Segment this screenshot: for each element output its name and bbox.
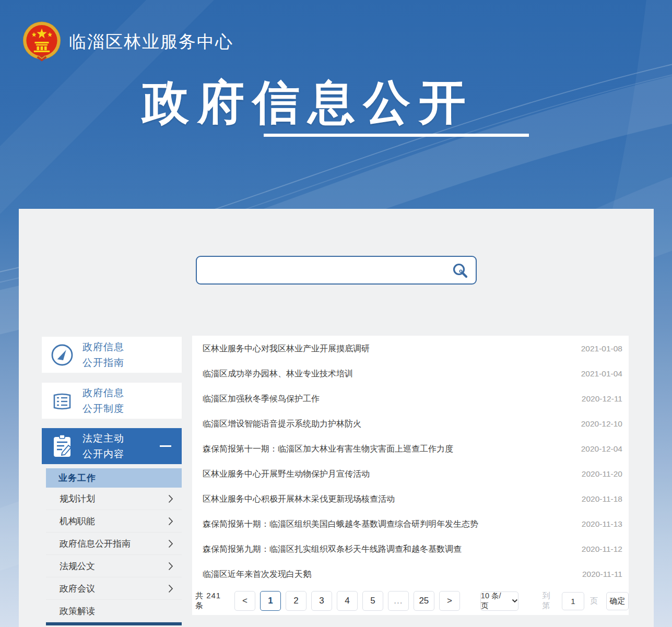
page-button-5[interactable]: 5	[362, 591, 383, 611]
site-brand: 临淄区林业服务中心	[21, 21, 233, 63]
chevron-right-icon	[168, 562, 173, 571]
article-row: 区林业服务中心开展野生动物保护月宣传活动 2020-11-20	[192, 462, 629, 487]
sidebar-card-label: 政府信息 公开制度	[82, 385, 124, 416]
article-list: 区林业服务中心对我区林业产业开展摸底调研 2021-01-08 临淄区成功举办园…	[192, 336, 629, 615]
search-icon[interactable]	[452, 263, 468, 279]
sidebar-item-regulations[interactable]: 法规公文	[46, 555, 182, 577]
article-link[interactable]: 区林业服务中心积极开展林木采伐更新现场核查活动	[203, 494, 395, 505]
article-date: 2020-12-10	[581, 419, 622, 429]
sidebar-card-label: 法定主动 公开内容	[82, 431, 124, 462]
article-row: 森保简报第十期：临淄区组织美国白蛾越冬基数调查综合研判明年发生态势 2020-1…	[192, 512, 629, 537]
chevron-right-icon	[168, 494, 173, 503]
article-row: 临淄区增设智能语音提示系统助力护林防火 2020-12-10	[192, 411, 629, 436]
article-link[interactable]: 临淄区近年来首次发现白天鹅	[203, 569, 311, 580]
page-button-3[interactable]: 3	[311, 591, 332, 611]
document-icon	[42, 389, 82, 413]
article-link[interactable]: 临淄区增设智能语音提示系统助力护林防火	[203, 419, 361, 430]
site-name: 临淄区林业服务中心	[69, 30, 233, 54]
page: 临淄区林业服务中心 政府信息公开	[0, 0, 672, 627]
chevron-down-icon	[512, 599, 518, 603]
sidebar-item-planning[interactable]: 规划计划	[46, 488, 182, 510]
article-link[interactable]: 临淄区加强秋冬季候鸟保护工作	[203, 394, 320, 405]
goto-suffix-label: 页	[590, 596, 598, 606]
article-date: 2020-12-04	[581, 444, 622, 454]
article-row: 区林业服务中心积极开展林木采伐更新现场核查活动 2020-11-18	[192, 487, 629, 512]
goto-prefix-label: 到第	[543, 591, 556, 611]
article-link[interactable]: 森保简报第十一期：临淄区加大林业有害生物灾害面上巡查工作力度	[203, 444, 453, 455]
sidebar-card-disclosure-guide[interactable]: 政府信息 公开指南	[42, 337, 182, 373]
goto-page-input[interactable]	[562, 592, 584, 610]
sidebar-item-gov-meetings[interactable]: 政府会议	[46, 577, 182, 600]
sidebar-item-org-functions[interactable]: 机构职能	[46, 510, 182, 533]
chevron-right-icon	[168, 584, 173, 593]
article-link[interactable]: 区林业服务中心开展野生动物保护月宣传活动	[203, 469, 370, 480]
sidebar-item-business-work-active[interactable]: 业务工作	[46, 468, 182, 488]
article-date: 2020-11-20	[582, 469, 622, 479]
sidebar-card-statutory-disclosure[interactable]: 法定主动 公开内容	[42, 428, 182, 464]
title-underline	[264, 134, 529, 137]
article-date: 2021-01-04	[581, 369, 622, 378]
article-date: 2021-01-08	[581, 344, 622, 353]
pagination: 共 241 条 < 1 2 3 4 5 ... 25 > 10 条/页 到第	[192, 587, 629, 615]
sidebar-card-label: 政府信息 公开指南	[82, 339, 124, 370]
article-date: 2020-11-11	[582, 570, 622, 579]
article-row: 临淄区加强秋冬季候鸟保护工作 2020-12-11	[192, 386, 629, 411]
next-page-button[interactable]: >	[439, 591, 460, 611]
page-button-25[interactable]: 25	[414, 591, 434, 611]
page-ellipsis[interactable]: ...	[388, 591, 409, 611]
collapse-minus-icon[interactable]	[160, 445, 171, 447]
article-date: 2020-12-11	[582, 394, 622, 404]
sidebar: 政府信息 公开指南 政府信息	[42, 337, 182, 625]
page-button-1[interactable]: 1	[260, 591, 281, 611]
article-row: 区林业服务中心对我区林业产业开展摸底调研 2021-01-08	[192, 336, 629, 361]
national-emblem-logo	[21, 21, 63, 63]
article-date: 2020-11-13	[582, 519, 622, 529]
banner: 临淄区林业服务中心 政府信息公开	[0, 0, 672, 209]
sidebar-card-disclosure-system[interactable]: 政府信息 公开制度	[42, 383, 182, 419]
sidebar-item-disclosure-guide[interactable]: 政府信息公开指南	[46, 533, 182, 555]
article-link[interactable]: 森保简报第十期：临淄区组织美国白蛾越冬基数调查综合研判明年发生态势	[203, 519, 478, 530]
article-link[interactable]: 森保简报第九期：临淄区扎实组织双条杉天牛线路调查和越冬基数调查	[203, 544, 462, 555]
article-row: 森保简报第九期：临淄区扎实组织双条杉天牛线路调查和越冬基数调查 2020-11-…	[192, 537, 629, 562]
total-count: 共 241 条	[195, 591, 226, 611]
page-button-2[interactable]: 2	[286, 591, 306, 611]
clipboard-icon	[42, 434, 82, 459]
search-input[interactable]	[204, 258, 450, 282]
page-title: 政府信息公开	[142, 71, 474, 135]
article-row: 临淄区近年来首次发现白天鹅 2020-11-11	[192, 562, 629, 587]
sidebar-next-section-strip	[46, 622, 182, 625]
compass-icon	[42, 343, 82, 367]
article-row: 森保简报第十一期：临淄区加大林业有害生物灾害面上巡查工作力度 2020-12-0…	[192, 436, 629, 462]
confirm-button[interactable]: 确定	[606, 592, 629, 610]
sidebar-item-policy-interpretation[interactable]: 政策解读	[46, 600, 182, 622]
sidebar-submenu: 规划计划 机构职能 政府信息公开指南	[46, 488, 182, 622]
page-size-select[interactable]: 10 条/页	[480, 591, 518, 611]
article-link[interactable]: 区林业服务中心对我区林业产业开展摸底调研	[203, 344, 370, 354]
chevron-right-icon	[168, 539, 173, 548]
article-row: 临淄区成功举办园林、林业专业技术培训 2021-01-04	[192, 361, 629, 386]
article-link[interactable]: 临淄区成功举办园林、林业专业技术培训	[203, 369, 353, 380]
article-date: 2020-11-18	[582, 494, 622, 504]
article-date: 2020-11-12	[582, 545, 622, 554]
chevron-right-icon	[168, 517, 173, 526]
prev-page-button[interactable]: <	[234, 591, 255, 611]
search-box	[196, 256, 477, 285]
content-panel: 政府信息 公开指南 政府信息	[19, 209, 654, 627]
page-button-4[interactable]: 4	[337, 591, 358, 611]
